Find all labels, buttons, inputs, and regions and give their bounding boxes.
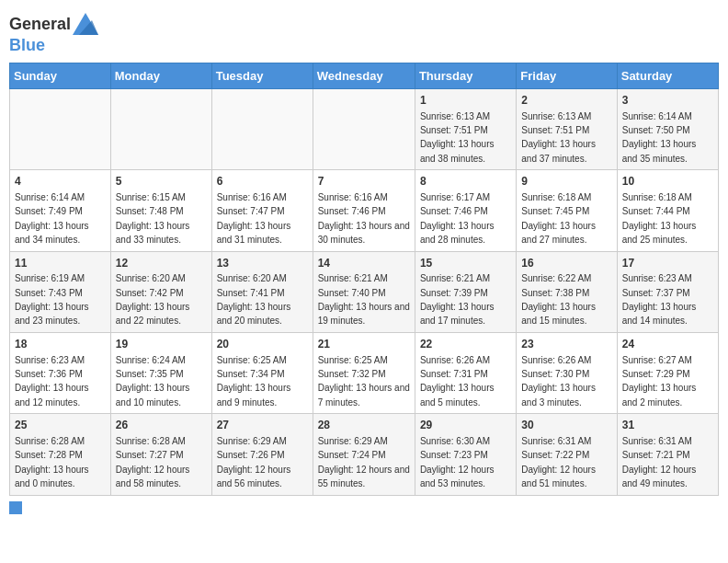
day-number: 4 [15,174,106,190]
calendar-day-cell: 29Sunrise: 6:30 AM Sunset: 7:23 PM Dayli… [415,414,516,495]
calendar-day-cell: 3Sunrise: 6:14 AM Sunset: 7:50 PM Daylig… [617,88,718,169]
day-info: Sunrise: 6:15 AM Sunset: 7:48 PM Dayligh… [116,192,190,245]
calendar-day-cell: 14Sunrise: 6:21 AM Sunset: 7:40 PM Dayli… [313,251,415,332]
calendar-day-cell: 21Sunrise: 6:25 AM Sunset: 7:32 PM Dayli… [313,332,415,413]
calendar-day-cell: 17Sunrise: 6:23 AM Sunset: 7:37 PM Dayli… [617,251,718,332]
day-number: 27 [217,418,308,433]
calendar-day-header: Sunday [10,63,111,88]
day-number: 16 [521,256,611,271]
calendar-day-cell: 6Sunrise: 6:16 AM Sunset: 7:47 PM Daylig… [211,170,313,251]
day-number: 21 [318,337,410,352]
logo: General Blue [9,13,98,55]
day-info: Sunrise: 6:31 AM Sunset: 7:22 PM Dayligh… [521,436,596,488]
calendar-week-row: 4Sunrise: 6:14 AM Sunset: 7:49 PM Daylig… [10,170,719,251]
day-info: Sunrise: 6:26 AM Sunset: 7:31 PM Dayligh… [420,355,495,408]
day-number: 7 [318,174,410,190]
page-header: General Blue [9,9,719,55]
day-number: 29 [420,418,511,433]
calendar-week-row: 25Sunrise: 6:28 AM Sunset: 7:28 PM Dayli… [10,414,719,495]
day-info: Sunrise: 6:14 AM Sunset: 7:50 PM Dayligh… [622,111,697,164]
logo-text-line1: General [9,16,71,34]
calendar-day-cell: 11Sunrise: 6:19 AM Sunset: 7:43 PM Dayli… [10,251,111,332]
calendar-day-header: Tuesday [211,63,313,88]
day-info: Sunrise: 6:19 AM Sunset: 7:43 PM Dayligh… [15,273,89,326]
day-info: Sunrise: 6:22 AM Sunset: 7:38 PM Dayligh… [521,273,596,326]
day-info: Sunrise: 6:25 AM Sunset: 7:32 PM Dayligh… [318,355,410,408]
calendar-day-cell: 30Sunrise: 6:31 AM Sunset: 7:22 PM Dayli… [517,414,617,495]
day-number: 13 [217,256,308,271]
day-info: Sunrise: 6:23 AM Sunset: 7:37 PM Dayligh… [622,273,697,326]
day-info: Sunrise: 6:16 AM Sunset: 7:46 PM Dayligh… [318,192,410,245]
day-info: Sunrise: 6:28 AM Sunset: 7:27 PM Dayligh… [116,436,190,488]
calendar-day-cell: 23Sunrise: 6:26 AM Sunset: 7:30 PM Dayli… [517,332,617,413]
day-info: Sunrise: 6:13 AM Sunset: 7:51 PM Dayligh… [521,111,596,164]
day-number: 3 [622,93,713,109]
day-number: 30 [521,418,611,433]
day-number: 9 [521,174,611,190]
calendar-day-cell: 5Sunrise: 6:15 AM Sunset: 7:48 PM Daylig… [110,170,211,251]
calendar-table: SundayMondayTuesdayWednesdayThursdayFrid… [9,63,719,496]
legend [9,501,719,514]
day-number: 11 [15,256,106,271]
day-info: Sunrise: 6:20 AM Sunset: 7:42 PM Dayligh… [116,273,190,326]
calendar-day-cell: 1Sunrise: 6:13 AM Sunset: 7:51 PM Daylig… [415,88,516,169]
day-info: Sunrise: 6:25 AM Sunset: 7:34 PM Dayligh… [217,355,291,408]
calendar-day-cell: 16Sunrise: 6:22 AM Sunset: 7:38 PM Dayli… [517,251,617,332]
calendar-day-cell: 28Sunrise: 6:29 AM Sunset: 7:24 PM Dayli… [313,414,415,495]
calendar-day-cell [211,88,313,169]
day-number: 31 [622,418,713,433]
calendar-day-cell: 27Sunrise: 6:29 AM Sunset: 7:26 PM Dayli… [211,414,313,495]
day-info: Sunrise: 6:26 AM Sunset: 7:30 PM Dayligh… [521,355,596,408]
day-info: Sunrise: 6:31 AM Sunset: 7:21 PM Dayligh… [622,436,697,488]
calendar-day-cell: 18Sunrise: 6:23 AM Sunset: 7:36 PM Dayli… [10,332,111,413]
day-number: 18 [15,337,106,352]
day-number: 23 [521,337,611,352]
day-number: 2 [521,93,611,109]
calendar-day-cell: 19Sunrise: 6:24 AM Sunset: 7:35 PM Dayli… [110,332,211,413]
calendar-day-cell: 25Sunrise: 6:28 AM Sunset: 7:28 PM Dayli… [10,414,111,495]
day-number: 15 [420,256,511,271]
day-number: 17 [622,256,713,271]
calendar-day-cell: 10Sunrise: 6:18 AM Sunset: 7:44 PM Dayli… [617,170,718,251]
day-info: Sunrise: 6:21 AM Sunset: 7:39 PM Dayligh… [420,273,495,326]
day-info: Sunrise: 6:18 AM Sunset: 7:44 PM Dayligh… [622,192,697,245]
day-info: Sunrise: 6:21 AM Sunset: 7:40 PM Dayligh… [318,273,410,326]
day-info: Sunrise: 6:14 AM Sunset: 7:49 PM Dayligh… [15,192,89,245]
calendar-day-cell: 20Sunrise: 6:25 AM Sunset: 7:34 PM Dayli… [211,332,313,413]
calendar-day-header: Wednesday [313,63,415,88]
day-number: 5 [116,174,207,190]
calendar-day-cell: 2Sunrise: 6:13 AM Sunset: 7:51 PM Daylig… [517,88,617,169]
logo-icon [73,13,98,35]
day-number: 22 [420,337,511,352]
day-info: Sunrise: 6:29 AM Sunset: 7:26 PM Dayligh… [217,436,291,488]
day-number: 19 [116,337,207,352]
day-number: 14 [318,256,410,271]
day-info: Sunrise: 6:27 AM Sunset: 7:29 PM Dayligh… [622,355,697,408]
day-info: Sunrise: 6:13 AM Sunset: 7:51 PM Dayligh… [420,111,495,164]
day-info: Sunrise: 6:23 AM Sunset: 7:36 PM Dayligh… [15,355,89,408]
calendar-day-cell: 4Sunrise: 6:14 AM Sunset: 7:49 PM Daylig… [10,170,111,251]
day-info: Sunrise: 6:17 AM Sunset: 7:46 PM Dayligh… [420,192,495,245]
calendar-day-cell: 15Sunrise: 6:21 AM Sunset: 7:39 PM Dayli… [415,251,516,332]
calendar-day-header: Monday [110,63,211,88]
calendar-day-cell [110,88,211,169]
day-number: 8 [420,174,511,190]
calendar-day-cell: 22Sunrise: 6:26 AM Sunset: 7:31 PM Dayli… [415,332,516,413]
calendar-header-row: SundayMondayTuesdayWednesdayThursdayFrid… [10,63,719,88]
day-info: Sunrise: 6:20 AM Sunset: 7:41 PM Dayligh… [217,273,291,326]
calendar-day-cell: 24Sunrise: 6:27 AM Sunset: 7:29 PM Dayli… [617,332,718,413]
calendar-day-cell: 12Sunrise: 6:20 AM Sunset: 7:42 PM Dayli… [110,251,211,332]
calendar-week-row: 1Sunrise: 6:13 AM Sunset: 7:51 PM Daylig… [10,88,719,169]
legend-color-box [9,501,22,514]
day-number: 10 [622,174,713,190]
day-number: 12 [116,256,207,271]
calendar-day-cell [10,88,111,169]
day-number: 1 [420,93,511,109]
calendar-week-row: 18Sunrise: 6:23 AM Sunset: 7:36 PM Dayli… [10,332,719,413]
day-number: 28 [318,418,410,433]
day-number: 26 [116,418,207,433]
day-info: Sunrise: 6:16 AM Sunset: 7:47 PM Dayligh… [217,192,291,245]
calendar-day-header: Saturday [617,63,718,88]
calendar-day-cell: 7Sunrise: 6:16 AM Sunset: 7:46 PM Daylig… [313,170,415,251]
day-info: Sunrise: 6:30 AM Sunset: 7:23 PM Dayligh… [420,436,495,488]
